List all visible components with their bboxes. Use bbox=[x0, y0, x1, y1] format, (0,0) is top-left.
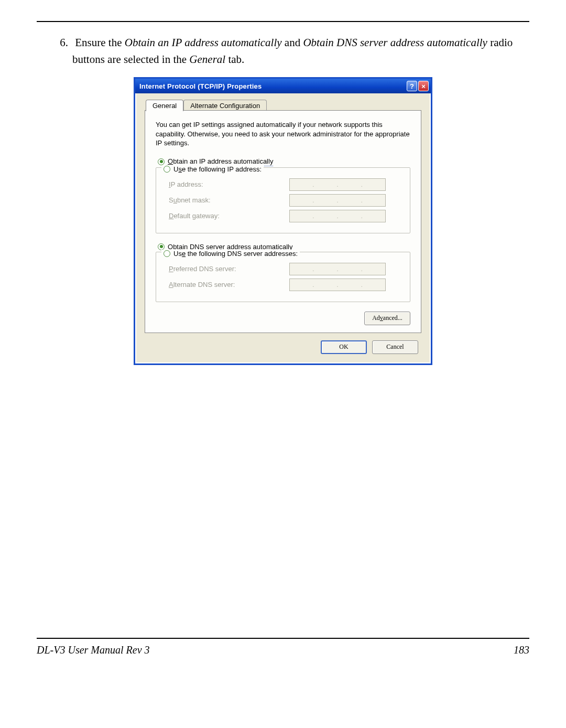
general-tab-panel: You can get IP settings assigned automat… bbox=[145, 110, 421, 333]
help-icon[interactable]: ? bbox=[407, 81, 417, 91]
default-gateway-label: Default gateway: bbox=[169, 212, 289, 220]
tcpip-properties-dialog: Internet Protocol (TCP/IP) Properties ? … bbox=[134, 77, 432, 365]
page-footer: DL-V3 User Manual Rev 3 183 bbox=[37, 644, 529, 656]
footer-page-number: 183 bbox=[514, 644, 529, 656]
preferred-dns-row: Preferred DNS server: ... bbox=[169, 263, 399, 275]
subnet-mask-row: Subnet mask: ... bbox=[169, 194, 399, 207]
footer-doc-title: DL-V3 User Manual Rev 3 bbox=[37, 644, 150, 656]
subnet-mask-input[interactable]: ... bbox=[289, 194, 386, 207]
static-dns-group: Use the following DNS server addresses: … bbox=[156, 252, 410, 302]
default-gateway-row: Default gateway: ... bbox=[169, 210, 399, 222]
subnet-mask-label: Subnet mask: bbox=[169, 196, 289, 204]
alternate-dns-row: Alternate DNS server: ... bbox=[169, 279, 399, 291]
preferred-dns-input[interactable]: ... bbox=[289, 263, 386, 275]
ok-button[interactable]: OK bbox=[321, 340, 367, 354]
instruction-step-6: 6. Ensure the Obtain an IP address autom… bbox=[72, 35, 529, 68]
default-gateway-input[interactable]: ... bbox=[289, 210, 386, 222]
radio-use-static-dns[interactable]: Use the following DNS server addresses: bbox=[161, 250, 300, 258]
alternate-dns-input[interactable]: ... bbox=[289, 279, 386, 291]
rule-bottom bbox=[37, 638, 529, 639]
ip-address-label: IP address: bbox=[169, 180, 289, 188]
ip-address-input[interactable]: ... bbox=[289, 178, 386, 191]
rule-top bbox=[37, 21, 529, 22]
step-number: 6. bbox=[58, 35, 72, 51]
advanced-button[interactable]: Advanced... bbox=[364, 312, 410, 325]
radio-use-static-ip[interactable]: Use the following IP address: bbox=[161, 165, 264, 173]
preferred-dns-label: Preferred DNS server: bbox=[169, 265, 289, 273]
cancel-button[interactable]: Cancel bbox=[372, 340, 418, 354]
tab-alternate-configuration[interactable]: Alternate Configuration bbox=[183, 100, 267, 111]
dialog-body: General Alternate Configuration You can … bbox=[135, 93, 431, 363]
window-title: Internet Protocol (TCP/IP) Properties bbox=[139, 82, 407, 90]
radio-use-static-ip-label: Use the following IP address: bbox=[173, 165, 262, 173]
tab-general[interactable]: General bbox=[146, 100, 183, 111]
radio-use-static-dns-label: Use the following DNS server addresses: bbox=[173, 250, 298, 258]
ip-address-row: IP address: ... bbox=[169, 178, 399, 191]
intro-text: You can get IP settings assigned automat… bbox=[156, 120, 410, 148]
alternate-dns-label: Alternate DNS server: bbox=[169, 281, 289, 288]
close-icon[interactable]: × bbox=[418, 81, 429, 91]
static-ip-group: Use the following IP address: IP address… bbox=[156, 167, 410, 233]
title-bar[interactable]: Internet Protocol (TCP/IP) Properties ? … bbox=[135, 79, 431, 93]
